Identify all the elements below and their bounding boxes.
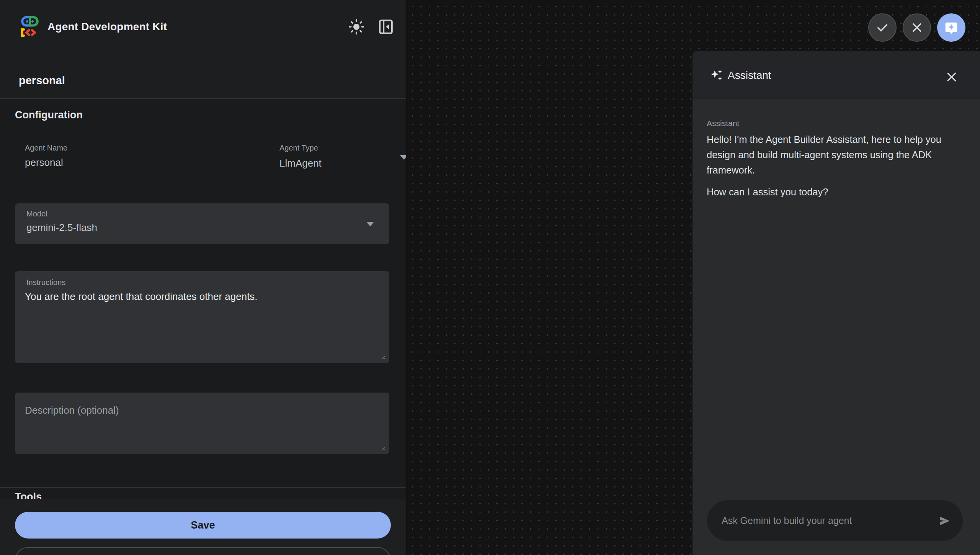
- instructions-textarea[interactable]: You are the root agent that coordinates …: [25, 290, 377, 355]
- check-icon: [876, 21, 889, 34]
- description-textarea[interactable]: [25, 403, 377, 445]
- model-select[interactable]: Model gemini-2.5-flash: [15, 203, 389, 244]
- assistant-message: Hello! I'm the Agent Builder Assistant, …: [707, 132, 962, 200]
- selected-agent-title: personal: [19, 74, 65, 87]
- assistant-toggle-button[interactable]: [937, 13, 965, 42]
- chat-sparkle-icon: [944, 20, 959, 35]
- agent-type-label: Agent Type: [279, 144, 318, 152]
- instructions-label: Instructions: [26, 278, 65, 287]
- send-button[interactable]: [938, 514, 952, 528]
- app-root: personal ROOT: [0, 0, 980, 555]
- panel-header: Agent Development Kit personal: [0, 0, 406, 99]
- save-button[interactable]: Save: [15, 512, 391, 539]
- agent-name-label: Agent Name: [25, 144, 67, 152]
- message-sender-label: Assistant: [707, 119, 739, 128]
- confirm-button[interactable]: [868, 13, 897, 42]
- chevron-down-icon: [400, 155, 406, 160]
- model-value[interactable]: gemini-2.5-flash: [26, 222, 97, 234]
- chevron-down-icon: [366, 222, 374, 226]
- cancel-button[interactable]: Cancel: [15, 547, 391, 555]
- panel-footer: Save Cancel: [0, 499, 406, 555]
- resize-handle-icon[interactable]: [379, 354, 385, 360]
- assistant-message-paragraph: How can I assist you today?: [707, 185, 962, 200]
- x-icon: [911, 21, 923, 34]
- gemini-sparkle-icon: [709, 68, 724, 82]
- close-icon: [945, 70, 958, 83]
- section-divider: [0, 487, 406, 488]
- assistant-header: Assistant: [693, 51, 980, 99]
- agent-type-select[interactable]: Agent Type LlmAgent: [279, 144, 387, 169]
- configuration-panel: Agent Development Kit personal C: [0, 0, 406, 555]
- assistant-input[interactable]: [722, 500, 928, 541]
- theme-toggle-button[interactable]: [346, 17, 366, 37]
- adk-logo-icon: [19, 15, 41, 38]
- agent-type-value[interactable]: LlmAgent: [279, 157, 387, 169]
- collapse-panel-icon: [378, 19, 394, 35]
- assistant-panel: Assistant Assistant Hello! I'm the Agent…: [693, 51, 980, 555]
- configuration-heading: Configuration: [15, 109, 83, 121]
- agent-name-field[interactable]: Agent Name personal: [25, 144, 67, 169]
- assistant-close-button[interactable]: [943, 69, 960, 85]
- assistant-title: Assistant: [728, 69, 771, 82]
- collapse-panel-button[interactable]: [376, 17, 396, 37]
- instructions-field[interactable]: Instructions You are the root agent that…: [15, 271, 389, 363]
- configuration-form: Configuration Agent Name personal Agent …: [0, 99, 406, 499]
- send-icon: [938, 514, 951, 527]
- description-field[interactable]: [15, 393, 389, 454]
- resize-handle-icon[interactable]: [379, 445, 385, 451]
- model-label: Model: [26, 210, 47, 218]
- agent-name-value[interactable]: personal: [25, 157, 67, 169]
- assistant-input-pill[interactable]: [707, 500, 963, 541]
- sun-icon: [348, 19, 364, 35]
- assistant-message-paragraph: Hello! I'm the Agent Builder Assistant, …: [707, 132, 962, 178]
- app-title: Agent Development Kit: [47, 21, 167, 33]
- tools-heading: Tools: [15, 491, 42, 499]
- discard-button[interactable]: [903, 13, 931, 42]
